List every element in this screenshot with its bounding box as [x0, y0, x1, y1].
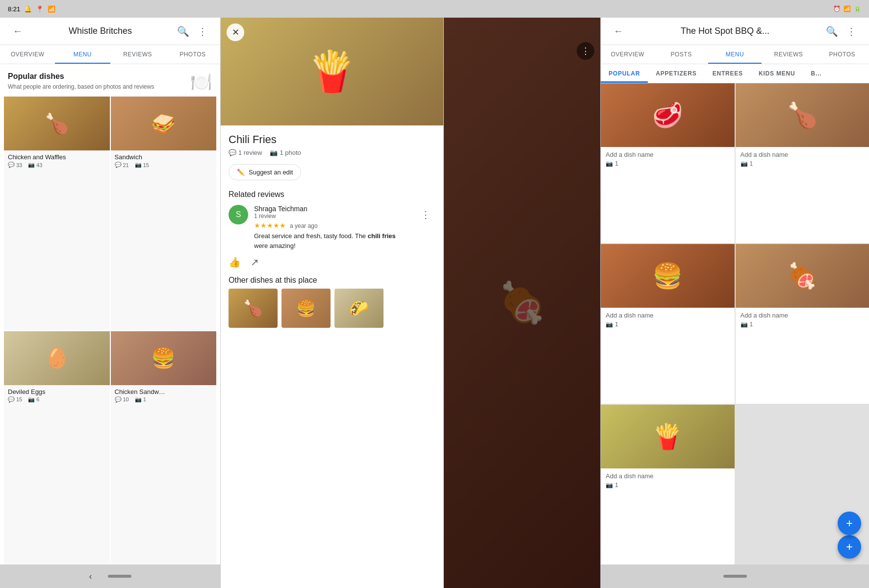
- tab-posts-p4[interactable]: POSTS: [654, 45, 708, 64]
- search-button-panel1[interactable]: 🔍: [173, 22, 193, 41]
- add-dish-name-1: Add a dish name: [606, 151, 730, 158]
- comment-icon-de: 💬: [8, 396, 15, 403]
- dish-img-deviled-eggs: 🥚: [4, 331, 110, 385]
- deviled-eggs-emoji: 🥚: [4, 331, 110, 385]
- back-button-panel4[interactable]: ←: [609, 22, 628, 41]
- review-count-de: 💬 15: [8, 396, 22, 403]
- menu-item-info-2: Add a dish name 📷 1: [736, 147, 869, 170]
- menu-item-1[interactable]: 🥩 Add a dish name 📷 1: [601, 83, 735, 243]
- menu-item-4[interactable]: 🍖 Add a dish name 📷 1: [736, 244, 869, 404]
- dish-card-sandwich[interactable]: 🥪 Sandwich 💬 21 📷 15: [111, 97, 217, 330]
- subtab-appetizers[interactable]: APPETIZERS: [648, 64, 704, 83]
- menu-item-img-2: 🍗: [736, 83, 869, 147]
- chili-fries-emoji: 🍟: [307, 49, 357, 95]
- tab-reviews-p4[interactable]: REVIEWS: [762, 45, 815, 64]
- photo-count-cf: 📷 1 photo: [270, 149, 301, 156]
- back-button-panel1[interactable]: ←: [8, 22, 27, 41]
- close-button-panel2[interactable]: ✕: [227, 24, 244, 41]
- menu-item-2[interactable]: 🍗 Add a dish name 📷 1: [736, 83, 869, 243]
- fab-panel4[interactable]: +: [838, 512, 861, 535]
- review-count-cs: 💬 10: [115, 396, 129, 403]
- subtab-kids-menu[interactable]: KIDS MENU: [751, 64, 803, 83]
- status-bar: 8:21 🔔 📍 📶 ⏰ 📶 🔋: [0, 0, 869, 18]
- dish-card-chicken-sandw[interactable]: 🍔 Chicken Sandw… 💬 10 📷 1: [111, 331, 217, 565]
- suggest-edit-button[interactable]: ✏️ Suggest an edit: [229, 164, 301, 180]
- menu-item-meta-4: 📷 1: [741, 321, 865, 328]
- dish-meta-deviled-eggs: 💬 15 📷 6: [8, 396, 106, 403]
- notification-icon: 🔔: [24, 5, 32, 13]
- reviewer-meta: 1 review: [254, 213, 410, 220]
- subtab-entrees[interactable]: ENTREES: [705, 64, 751, 83]
- tab-photos-p4[interactable]: PHOTOS: [816, 45, 869, 64]
- menu-item-img-3: 🍔: [601, 244, 735, 308]
- menu-item-meta-1: 📷 1: [606, 160, 730, 167]
- tab-reviews-p1[interactable]: REVIEWS: [110, 45, 165, 64]
- subtab-popular[interactable]: POPULAR: [601, 64, 648, 83]
- chicken-waffles-emoji: 🍗: [4, 97, 110, 150]
- add-dish-name-4: Add a dish name: [741, 312, 865, 319]
- camera-icon-mi1: 📷: [606, 160, 613, 167]
- camera-icon-de: 📷: [28, 396, 35, 403]
- back-nav-arrow[interactable]: ‹: [89, 571, 92, 582]
- dish-card-chicken-waffles[interactable]: 🍗 Chicken and Waffles 💬 33 📷 43: [4, 97, 110, 330]
- chili-fries-hero: 🍟 ✕: [221, 18, 443, 125]
- menu-item-emoji-3: 🍔: [601, 244, 735, 308]
- dish-name-deviled-eggs: Deviled Eggs: [8, 388, 106, 395]
- panel-chili-fries: 🍟 ✕ Chili Fries 💬 1 review 📷 1 photo ✏️ …: [221, 18, 444, 588]
- chili-fries-stats: 💬 1 review 📷 1 photo: [229, 149, 435, 156]
- dish-img-sandwich: 🥪: [111, 97, 217, 150]
- photo-count-cs: 📷 1: [135, 396, 146, 403]
- dish-name-chicken-waffles: Chicken and Waffles: [8, 153, 106, 161]
- share-button[interactable]: ↗: [251, 256, 259, 268]
- dish-name-chicken-sandw: Chicken Sandw…: [115, 388, 213, 395]
- more-button-panel1[interactable]: ⋮: [193, 22, 212, 41]
- dish-card-deviled-eggs[interactable]: 🥚 Deviled Eggs 💬 15 📷 6: [4, 331, 110, 565]
- camera-icon-mi5: 📷: [606, 482, 613, 489]
- reviewer-stars: ★★★★★a year ago: [254, 221, 410, 229]
- menu-grid-panel4: 🥩 Add a dish name 📷 1 🍗: [601, 83, 869, 564]
- tab-overview-p4[interactable]: OVERVIEW: [601, 45, 654, 64]
- chili-fries-title: Chili Fries: [229, 133, 435, 146]
- tab-overview-p1[interactable]: OVERVIEW: [0, 45, 55, 64]
- other-dish-1[interactable]: 🍗: [229, 289, 278, 328]
- comment-icon: 💬: [8, 162, 15, 168]
- search-button-panel4[interactable]: 🔍: [822, 22, 842, 41]
- highlight-text: chili fries: [368, 232, 396, 240]
- menu-item-info-1: Add a dish name 📷 1: [601, 147, 735, 170]
- tabs-panel1: OVERVIEW MENU REVIEWS PHOTOS: [0, 45, 220, 64]
- review-count-cf: 💬 1 review: [229, 149, 262, 156]
- menu-item-img-5: 🍟: [601, 405, 735, 468]
- menu-item-3[interactable]: 🍔 Add a dish name 📷 1: [601, 244, 735, 404]
- menu-item-info-5: Add a dish name 📷 1: [601, 468, 735, 491]
- tab-menu-p1[interactable]: MENU: [55, 45, 110, 64]
- camera-icon-mi4: 📷: [741, 321, 748, 328]
- tab-photos-p1[interactable]: PHOTOS: [165, 45, 220, 64]
- other-dish-2[interactable]: 🍔: [281, 289, 331, 328]
- menu-item-img-4: 🍖: [736, 244, 869, 308]
- tab-menu-p4[interactable]: MENU: [708, 45, 762, 64]
- reviewer-more-btn[interactable]: ⋮: [416, 205, 435, 224]
- camera-icon-cf2: 📷: [270, 149, 278, 156]
- menu-item-emoji-2: 🍗: [736, 83, 869, 147]
- thumbup-button[interactable]: 👍: [229, 256, 241, 268]
- nav-pill-p4: [723, 575, 747, 578]
- popular-section: Popular dishes What people are ordering,…: [0, 64, 220, 97]
- camera-icon-mi3: 📷: [606, 321, 613, 328]
- popular-icon: 🍽️: [190, 72, 212, 93]
- menu-item-5[interactable]: 🍟 Add a dish name 📷 1: [601, 405, 735, 564]
- alarm-icon: ⏰: [833, 5, 841, 12]
- add-dish-name-2: Add a dish name: [741, 151, 865, 158]
- tabs-panel4: OVERVIEW POSTS MENU REVIEWS PHOTOS: [601, 45, 869, 64]
- menu-item-emoji-5: 🍟: [601, 405, 735, 468]
- wifi-icon: 📶: [843, 5, 851, 12]
- other-dish-3[interactable]: 🌮: [334, 289, 383, 328]
- dish-info-chicken-sandw: Chicken Sandw… 💬 10 📷 1: [111, 385, 217, 405]
- dish-info-chicken-waffles: Chicken and Waffles 💬 33 📷 43: [4, 150, 110, 170]
- panel3-more-button[interactable]: ⋮: [577, 42, 594, 60]
- add-dish-name-5: Add a dish name: [606, 472, 730, 480]
- dish-img-chicken-sandw: 🍔: [111, 331, 217, 385]
- subtab-more[interactable]: B…: [803, 64, 829, 83]
- battery-icon: 🔋: [854, 5, 861, 12]
- dish-meta-chicken-sandw: 💬 10 📷 1: [115, 396, 213, 403]
- more-button-panel4[interactable]: ⋮: [842, 22, 861, 41]
